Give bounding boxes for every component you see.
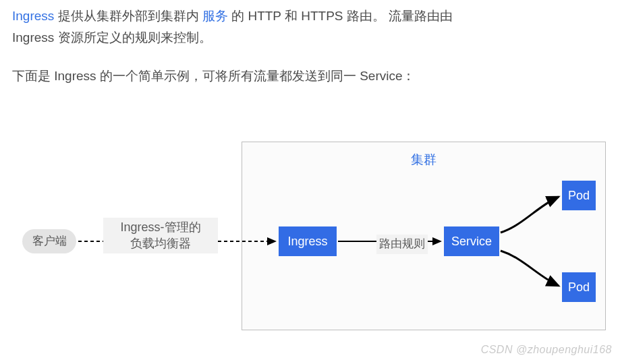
service-box: Service: [444, 226, 499, 256]
text-segment: 提供从集群外部到集群内: [58, 9, 199, 23]
lb-line1: Ingress-管理的: [106, 219, 215, 235]
load-balancer-label: Ingress-管理的 负载均衡器: [103, 218, 218, 253]
intro-paragraph-1: Ingress 提供从集群外部到集群内 服务 的 HTTP 和 HTTPS 路由…: [12, 5, 471, 49]
service-link[interactable]: 服务: [202, 9, 228, 23]
routing-rule-label: 路由规则: [376, 235, 428, 254]
pod-box-1: Pod: [562, 181, 596, 210]
arrow-service-to-pod2: [501, 251, 559, 286]
ingress-box: Ingress: [279, 226, 337, 256]
ingress-link[interactable]: Ingress: [12, 9, 54, 23]
intro-paragraph-2: 下面是 Ingress 的一个简单示例，可将所有流量都发送到同一 Service…: [12, 65, 471, 87]
lb-line2: 负载均衡器: [106, 235, 215, 251]
ingress-diagram: 集群 客户端 Ingress-管理的 负载均衡器 Ingress 路由规则 Se…: [12, 135, 606, 337]
pod-box-2: Pod: [562, 272, 596, 302]
client-node: 客户端: [22, 229, 76, 253]
arrow-service-to-pod1: [501, 197, 559, 233]
watermark: CSDN @zhoupenghui168: [481, 340, 612, 359]
